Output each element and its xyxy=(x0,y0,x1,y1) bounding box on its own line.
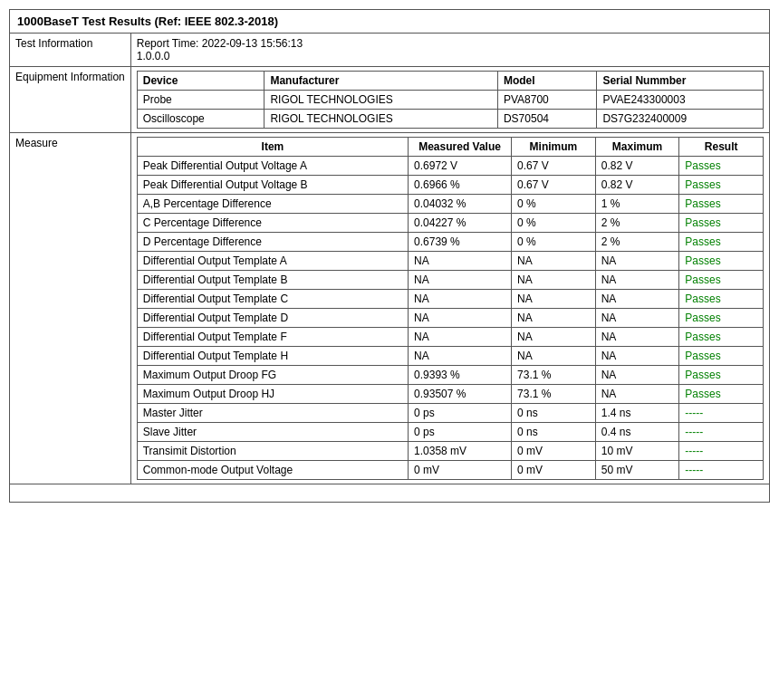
equipment-cell: PVAE243300003 xyxy=(597,91,764,110)
measure-item: Maximum Output Droop HJ xyxy=(137,385,408,404)
measure-row-item: Differential Output Template BNANANAPass… xyxy=(137,271,763,290)
measure-item: Differential Output Template F xyxy=(137,328,408,347)
measure-item: Differential Output Template D xyxy=(137,309,408,328)
measure-measured: 0 mV xyxy=(409,461,512,480)
measure-result: ----- xyxy=(679,461,764,480)
version: 1.0.0.0 xyxy=(137,50,764,62)
equipment-cell: RIGOL TECHNOLOGIES xyxy=(264,91,498,110)
measure-row-item: C Percentage Difference0.04227 %0 %2 %Pa… xyxy=(137,214,763,233)
measure-item: Peak Differential Output Voltage A xyxy=(137,157,408,176)
measure-row: Measure Item Measured Value Minimum Maxi… xyxy=(10,133,770,484)
test-info-row: Test Information Report Time: 2022-09-13… xyxy=(10,34,770,67)
measure-result: ----- xyxy=(679,423,764,442)
measure-row-item: A,B Percentage Difference0.04032 %0 %1 %… xyxy=(137,195,763,214)
measure-max: NA xyxy=(595,385,679,404)
measure-max: 0.82 V xyxy=(595,176,679,195)
bottom-row xyxy=(10,484,770,503)
measure-result: Passes xyxy=(679,195,764,214)
equipment-header-row: Device Manufacturer Model Serial Nummber xyxy=(137,72,763,91)
measure-min: 0 % xyxy=(512,214,596,233)
measure-measured: NA xyxy=(409,252,512,271)
measure-max: NA xyxy=(595,271,679,290)
measure-header-row: Item Measured Value Minimum Maximum Resu… xyxy=(137,138,763,157)
measure-row-item: Maximum Output Droop HJ0.93507 %73.1 %NA… xyxy=(137,385,763,404)
measure-result: Passes xyxy=(679,328,764,347)
measure-header-result: Result xyxy=(679,138,764,157)
measure-item: D Percentage Difference xyxy=(137,233,408,252)
test-info-label: Test Information xyxy=(10,34,131,67)
measure-result: Passes xyxy=(679,157,764,176)
measure-result: Passes xyxy=(679,309,764,328)
measure-row-item: Differential Output Template DNANANAPass… xyxy=(137,309,763,328)
equipment-cell: RIGOL TECHNOLOGIES xyxy=(264,110,498,129)
measure-row-item: Differential Output Template FNANANAPass… xyxy=(137,328,763,347)
measure-measured: 0.04227 % xyxy=(409,214,512,233)
measure-measured: NA xyxy=(409,309,512,328)
measure-item: C Percentage Difference xyxy=(137,214,408,233)
measure-min: NA xyxy=(512,309,596,328)
measure-item: A,B Percentage Difference xyxy=(137,195,408,214)
measure-min: 73.1 % xyxy=(512,385,596,404)
measure-item: Common-mode Output Voltage xyxy=(137,461,408,480)
measure-table: Item Measured Value Minimum Maximum Resu… xyxy=(137,137,764,480)
measure-header-item: Item xyxy=(137,138,408,157)
measure-label: Measure xyxy=(10,133,131,484)
measure-min: NA xyxy=(512,252,596,271)
measure-min: 73.1 % xyxy=(512,366,596,385)
equipment-row-item: ProbeRIGOL TECHNOLOGIESPVA8700PVAE243300… xyxy=(137,91,763,110)
measure-max: NA xyxy=(595,290,679,309)
measure-row-item: Common-mode Output Voltage0 mV0 mV50 mV-… xyxy=(137,461,763,480)
measure-measured: 0 ps xyxy=(409,423,512,442)
measure-result: Passes xyxy=(679,290,764,309)
measure-min: 0 mV xyxy=(512,461,596,480)
measure-min: 0 ns xyxy=(512,404,596,423)
measure-measured: 0.93507 % xyxy=(409,385,512,404)
measure-result: ----- xyxy=(679,404,764,423)
report-title: 1000BaseT Test Results (Ref: IEEE 802.3-… xyxy=(10,10,770,34)
bottom-spacer xyxy=(10,484,770,503)
measure-header-measured: Measured Value xyxy=(409,138,512,157)
test-info-content: Report Time: 2022-09-13 15:56:13 1.0.0.0 xyxy=(130,34,769,67)
measure-row-item: Slave Jitter0 ps0 ns0.4 ns----- xyxy=(137,423,763,442)
equipment-cell: DS70504 xyxy=(497,110,596,129)
measure-max: 10 mV xyxy=(595,442,679,461)
equip-header-manufacturer: Manufacturer xyxy=(264,72,498,91)
equip-header-model: Model xyxy=(497,72,596,91)
measure-max: 50 mV xyxy=(595,461,679,480)
measure-item: Differential Output Template H xyxy=(137,347,408,366)
measure-result: Passes xyxy=(679,233,764,252)
measure-row-item: Differential Output Template CNANANAPass… xyxy=(137,290,763,309)
equipment-content: Device Manufacturer Model Serial Nummber… xyxy=(130,67,769,133)
report-time: Report Time: 2022-09-13 15:56:13 xyxy=(137,37,764,50)
measure-result: Passes xyxy=(679,176,764,195)
measure-max: 0.82 V xyxy=(595,157,679,176)
measure-item: Master Jitter xyxy=(137,404,408,423)
measure-item: Differential Output Template A xyxy=(137,252,408,271)
equipment-cell: PVA8700 xyxy=(497,91,596,110)
measure-row-item: Peak Differential Output Voltage B0.6966… xyxy=(137,176,763,195)
equipment-row: Equipment Information Device Manufacture… xyxy=(10,67,770,133)
measure-measured: 0.6966 % xyxy=(409,176,512,195)
measure-row-item: Master Jitter0 ps0 ns1.4 ns----- xyxy=(137,404,763,423)
measure-result: Passes xyxy=(679,366,764,385)
measure-min: NA xyxy=(512,347,596,366)
measure-max: 2 % xyxy=(595,214,679,233)
measure-measured: 0.04032 % xyxy=(409,195,512,214)
equipment-table: Device Manufacturer Model Serial Nummber… xyxy=(137,71,764,129)
measure-result: Passes xyxy=(679,385,764,404)
measure-min: 0 % xyxy=(512,195,596,214)
measure-min: 0 mV xyxy=(512,442,596,461)
equipment-label: Equipment Information xyxy=(10,67,131,133)
measure-max: NA xyxy=(595,252,679,271)
measure-measured: 0 ps xyxy=(409,404,512,423)
measure-min: 0 ns xyxy=(512,423,596,442)
equipment-cell: Probe xyxy=(137,91,264,110)
measure-item: Transimit Distortion xyxy=(137,442,408,461)
measure-item: Maximum Output Droop FG xyxy=(137,366,408,385)
measure-measured: 1.0358 mV xyxy=(409,442,512,461)
measure-min: NA xyxy=(512,290,596,309)
equipment-cell: Oscilloscope xyxy=(137,110,264,129)
measure-measured: 0.6739 % xyxy=(409,233,512,252)
measure-measured: NA xyxy=(409,290,512,309)
measure-row-item: Maximum Output Droop FG0.9393 %73.1 %NAP… xyxy=(137,366,763,385)
